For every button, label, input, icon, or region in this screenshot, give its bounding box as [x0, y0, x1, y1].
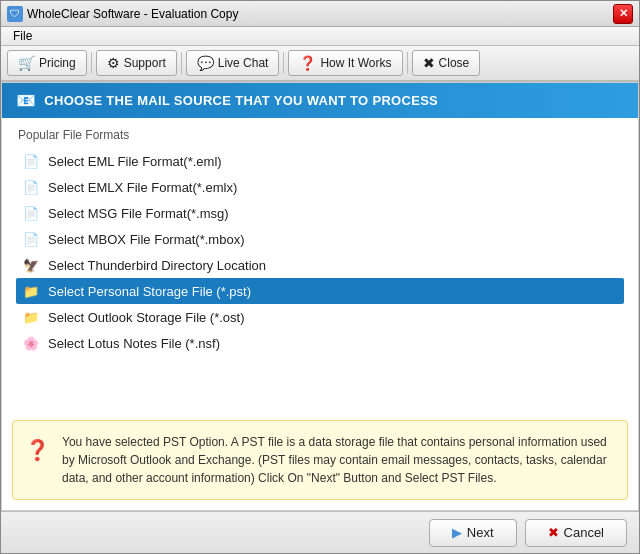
title-bar: 🛡 WholeClear Software - Evaluation Copy …	[1, 1, 639, 27]
list-item-eml[interactable]: 📄 Select EML File Format(*.eml)	[16, 148, 624, 174]
toolbar-sep-1	[91, 52, 92, 74]
menu-bar: File	[1, 27, 639, 46]
list-item-msg[interactable]: 📄 Select MSG File Format(*.msg)	[16, 200, 624, 226]
toolbar-sep-4	[407, 52, 408, 74]
toolbar-sep-3	[283, 52, 284, 74]
emlx-icon: 📄	[22, 178, 40, 196]
pst-icon: 📁	[22, 282, 40, 300]
info-text: You have selected PST Option. A PST file…	[62, 433, 613, 487]
next-icon: ▶	[452, 525, 462, 540]
main-window: 🛡 WholeClear Software - Evaluation Copy …	[0, 0, 640, 554]
info-box: ❓ You have selected PST Option. A PST fi…	[12, 420, 628, 500]
content-area: 📧 CHOOSE THE MAIL SOURCE THAT YOU WANT T…	[1, 82, 639, 511]
toolbar-sep-2	[181, 52, 182, 74]
list-item-nsf[interactable]: 🌸 Select Lotus Notes File (*.nsf)	[16, 330, 624, 356]
title-bar-left: 🛡 WholeClear Software - Evaluation Copy	[7, 6, 238, 22]
cancel-label: Cancel	[564, 525, 604, 540]
pst-label: Select Personal Storage File (*.pst)	[48, 284, 251, 299]
ost-icon: 📁	[22, 308, 40, 326]
list-item-mbox[interactable]: 📄 Select MBOX File Format(*.mbox)	[16, 226, 624, 252]
howworks-button[interactable]: ❓ How It Works	[288, 50, 402, 76]
thunderbird-icon: 🦅	[22, 256, 40, 274]
eml-label: Select EML File Format(*.eml)	[48, 154, 222, 169]
bottom-bar: ▶ Next ✖ Cancel	[1, 511, 639, 553]
pricing-label: Pricing	[39, 56, 76, 70]
msg-icon: 📄	[22, 204, 40, 222]
livechat-icon: 💬	[197, 55, 214, 71]
section-header-icon: 📧	[16, 91, 36, 110]
livechat-button[interactable]: 💬 Live Chat	[186, 50, 280, 76]
msg-label: Select MSG File Format(*.msg)	[48, 206, 229, 221]
window-title: WholeClear Software - Evaluation Copy	[27, 7, 238, 21]
next-label: Next	[467, 525, 494, 540]
info-icon: ❓	[25, 435, 50, 487]
support-button[interactable]: ⚙ Support	[96, 50, 177, 76]
list-item-pst[interactable]: 📁 Select Personal Storage File (*.pst)	[16, 278, 624, 304]
toolbar: 🛒 Pricing ⚙ Support 💬 Live Chat ❓ How It…	[1, 46, 639, 82]
pricing-button[interactable]: 🛒 Pricing	[7, 50, 87, 76]
ost-label: Select Outlook Storage File (*.ost)	[48, 310, 245, 325]
nsf-label: Select Lotus Notes File (*.nsf)	[48, 336, 220, 351]
close-toolbar-icon: ✖	[423, 55, 435, 71]
close-toolbar-label: Close	[439, 56, 470, 70]
howworks-icon: ❓	[299, 55, 316, 71]
emlx-label: Select EMLX File Format(*.emlx)	[48, 180, 237, 195]
cancel-icon: ✖	[548, 525, 559, 540]
popular-label: Popular File Formats	[16, 128, 624, 142]
thunderbird-label: Select Thunderbird Directory Location	[48, 258, 266, 273]
support-icon: ⚙	[107, 55, 120, 71]
section-header: 📧 CHOOSE THE MAIL SOURCE THAT YOU WANT T…	[2, 83, 638, 118]
app-icon: 🛡	[7, 6, 23, 22]
nsf-icon: 🌸	[22, 334, 40, 352]
pricing-icon: 🛒	[18, 55, 35, 71]
spacer	[2, 356, 638, 410]
file-list-container: Popular File Formats 📄 Select EML File F…	[2, 118, 638, 356]
next-button[interactable]: ▶ Next	[429, 519, 517, 547]
list-item-emlx[interactable]: 📄 Select EMLX File Format(*.emlx)	[16, 174, 624, 200]
section-header-text: CHOOSE THE MAIL SOURCE THAT YOU WANT TO …	[44, 93, 438, 108]
close-toolbar-button[interactable]: ✖ Close	[412, 50, 481, 76]
file-list: 📄 Select EML File Format(*.eml) 📄 Select…	[16, 148, 624, 356]
mbox-label: Select MBOX File Format(*.mbox)	[48, 232, 245, 247]
support-label: Support	[124, 56, 166, 70]
livechat-label: Live Chat	[218, 56, 269, 70]
list-item-thunderbird[interactable]: 🦅 Select Thunderbird Directory Location	[16, 252, 624, 278]
window-close-button[interactable]: ✕	[613, 4, 633, 24]
cancel-button[interactable]: ✖ Cancel	[525, 519, 627, 547]
menu-file[interactable]: File	[7, 27, 38, 45]
mbox-icon: 📄	[22, 230, 40, 248]
eml-icon: 📄	[22, 152, 40, 170]
list-item-ost[interactable]: 📁 Select Outlook Storage File (*.ost)	[16, 304, 624, 330]
howworks-label: How It Works	[320, 56, 391, 70]
